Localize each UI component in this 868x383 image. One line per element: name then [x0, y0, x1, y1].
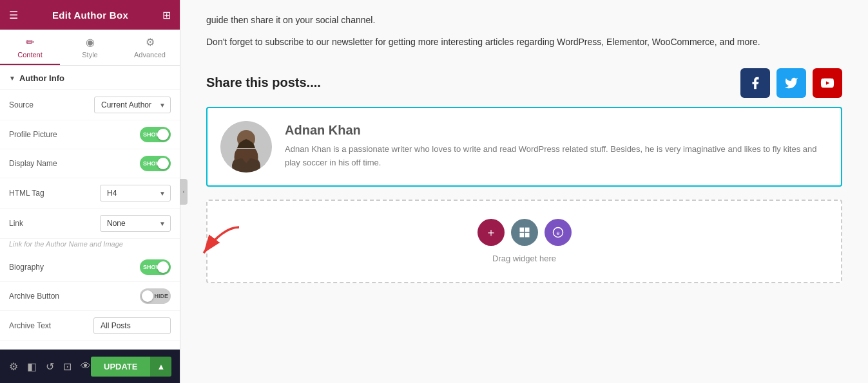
- advanced-tab-icon: ⚙: [146, 36, 155, 48]
- display-name-row: Display Name SHOW: [0, 149, 180, 178]
- tab-style-label: Style: [82, 51, 97, 59]
- section-arrow-icon: ▼: [9, 75, 15, 82]
- link-row: Link None Author Page ▼: [0, 209, 180, 239]
- profile-picture-row: Profile Picture SHOW: [0, 120, 180, 149]
- panel-title: Edit Author Box: [52, 10, 128, 21]
- tab-content[interactable]: ✏ Content: [0, 30, 60, 65]
- display-name-label: Display Name: [9, 159, 135, 168]
- update-arrow-button[interactable]: ▲: [150, 357, 171, 377]
- tabs-row: ✏ Content ◉ Style ⚙ Advanced: [0, 30, 180, 66]
- source-select-wrapper: Current Author Custom ▼: [94, 97, 171, 113]
- svg-rect-5: [525, 228, 529, 232]
- article-text-line1: guide then share it on your social chann…: [206, 15, 375, 25]
- section-author-info: ▼ Author Info: [0, 66, 180, 90]
- tab-advanced-label: Advanced: [134, 51, 166, 59]
- article-text-1: guide then share it on your social chann…: [206, 0, 842, 35]
- share-title: Share this posts....: [206, 75, 321, 90]
- biography-toggle[interactable]: SHOW: [140, 259, 171, 275]
- svg-rect-6: [519, 233, 524, 238]
- biography-label: Biography: [9, 263, 135, 272]
- grid-icon[interactable]: ⊞: [162, 9, 171, 21]
- author-name: Adnan Khan: [285, 123, 828, 138]
- settings-icon[interactable]: ⚙: [9, 360, 18, 373]
- source-select[interactable]: Current Author Custom: [94, 97, 171, 113]
- archive-button-toggle[interactable]: HIDE: [140, 288, 171, 304]
- layers-icon[interactable]: ◧: [27, 360, 37, 373]
- link-hint: Link for the Author Name and Image: [0, 239, 180, 253]
- content-tab-icon: ✏: [26, 36, 34, 48]
- facebook-share-button[interactable]: [740, 68, 770, 98]
- archive-button-toggle-hide-label: HIDE: [154, 293, 168, 299]
- collapse-handle[interactable]: ‹: [180, 179, 188, 205]
- share-icons: [740, 68, 842, 98]
- archive-button-row: Archive Button HIDE: [0, 282, 180, 311]
- link-select-wrapper: None Author Page ▼: [100, 215, 171, 232]
- svg-text:e: e: [556, 230, 559, 236]
- drag-widget-area: ＋ e Drag widget here: [206, 200, 842, 283]
- link-select[interactable]: None Author Page: [100, 215, 171, 232]
- profile-picture-toggle[interactable]: SHOW: [140, 127, 171, 142]
- widget-button[interactable]: [511, 219, 538, 246]
- drag-widget-text: Drag widget here: [492, 254, 556, 263]
- preview-icon[interactable]: 👁: [81, 360, 91, 372]
- elementor-button[interactable]: e: [545, 219, 572, 246]
- author-avatar-svg: [220, 121, 272, 173]
- bottom-icons: ⚙ ◧ ↺ ⊡ 👁: [9, 360, 91, 373]
- tab-style[interactable]: ◉ Style: [60, 30, 120, 65]
- author-info: Adnan Khan Adnan Khan is a passionate wr…: [285, 123, 828, 170]
- history-icon[interactable]: ↺: [46, 360, 54, 373]
- menu-icon[interactable]: ☰: [9, 9, 18, 21]
- style-tab-icon: ◉: [86, 36, 95, 48]
- twitter-share-button[interactable]: [776, 68, 806, 98]
- add-widget-button[interactable]: ＋: [477, 219, 505, 246]
- author-box: Adnan Khan Adnan Khan is a passionate wr…: [206, 107, 842, 187]
- template-icon[interactable]: ⊡: [63, 360, 72, 373]
- archive-text-input[interactable]: [93, 317, 171, 334]
- archive-text-row: Archive Text: [0, 311, 180, 341]
- panel-content: ▼ Author Info Source Current Author Cust…: [0, 66, 180, 383]
- source-label: Source: [9, 100, 89, 109]
- svg-rect-4: [519, 228, 524, 232]
- author-avatar: [220, 121, 272, 173]
- article-text-line2: Don't forget to subscribe to our newslet…: [206, 37, 760, 47]
- article-text-2: Don't forget to subscribe to our newslet…: [206, 35, 842, 57]
- left-panel: ☰ Edit Author Box ⊞ ✏ Content ◉ Style ⚙ …: [0, 0, 180, 383]
- link-label: Link: [9, 219, 95, 228]
- panel-header: ☰ Edit Author Box ⊞: [0, 0, 180, 30]
- archive-button-label: Archive Button: [9, 292, 135, 301]
- display-name-toggle[interactable]: SHOW: [140, 156, 171, 171]
- author-bio: Adnan Khan is a passionate writer who lo…: [285, 143, 828, 170]
- html-tag-select-wrapper: H4 H1H2H3H5H6 ▼: [100, 185, 171, 201]
- update-btn-wrap: UPDATE ▲: [91, 357, 171, 377]
- drag-area-icons: ＋ e: [477, 219, 572, 246]
- biography-row: Biography SHOW: [0, 253, 180, 282]
- share-section: Share this posts....: [206, 57, 842, 107]
- profile-picture-label: Profile Picture: [9, 130, 135, 139]
- tab-content-label: Content: [17, 51, 43, 59]
- right-panel: guide then share it on your social chann…: [180, 0, 868, 383]
- archive-text-label: Archive Text: [9, 321, 88, 330]
- html-tag-select[interactable]: H4 H1H2H3H5H6: [100, 185, 171, 201]
- html-tag-row: HTML Tag H4 H1H2H3H5H6 ▼: [0, 178, 180, 209]
- html-tag-label: HTML Tag: [9, 189, 95, 198]
- section-label: Author Info: [19, 73, 64, 83]
- bottom-bar: ⚙ ◧ ↺ ⊡ 👁 UPDATE ▲: [0, 350, 180, 383]
- tab-advanced[interactable]: ⚙ Advanced: [120, 30, 180, 65]
- update-button[interactable]: UPDATE: [91, 357, 150, 377]
- youtube-share-button[interactable]: [813, 68, 842, 98]
- source-row: Source Current Author Custom ▼: [0, 90, 180, 120]
- svg-rect-7: [525, 233, 529, 238]
